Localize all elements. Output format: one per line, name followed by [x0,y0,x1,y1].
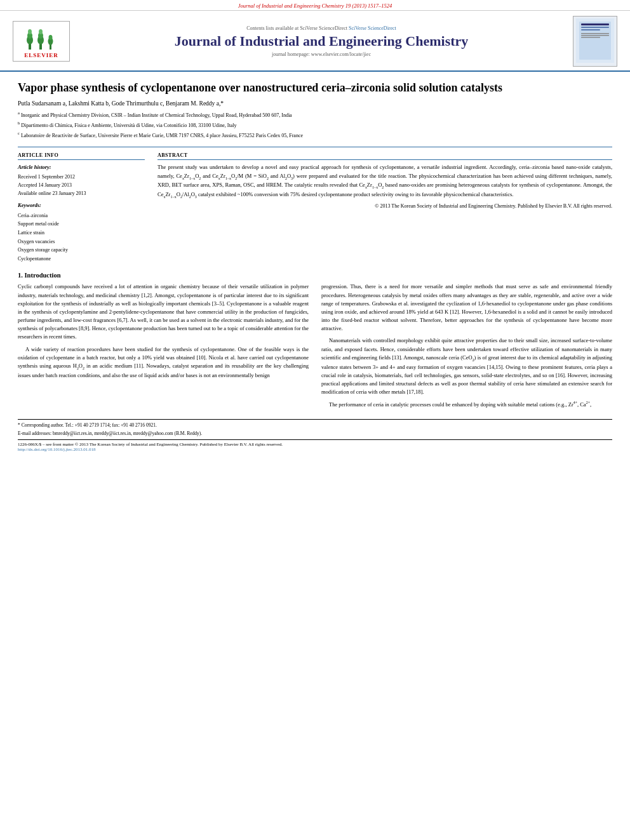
keyword-4: Oxygen vacancies [18,237,145,246]
corresponding-author: * Corresponding author. Tel.: +91 40 271… [18,422,612,429]
footer-bar: 1226-086X/$ – see front matter © 2013 Th… [18,439,612,452]
footnote-area: * Corresponding author. Tel.: +91 40 271… [18,419,612,437]
available-date: Available online 23 January 2013 [18,190,145,198]
keyword-1: Ceria–zirconia [18,211,145,220]
intro-col2-para3: The performance of ceria in catalytic pr… [321,400,612,409]
intro-col2-para2: Nanomaterials with controlled morphology… [321,337,612,396]
abstract-column: ABSTRACT The present study was undertake… [158,152,612,263]
abstract-text: The present study was undertaken to deve… [158,163,612,210]
svg-rect-17 [581,35,609,36]
elsevier-logo: ELSEVIER [13,21,70,62]
abstract-label: ABSTRACT [158,152,612,160]
svg-rect-16 [581,33,609,34]
introduction-heading: 1. Introduction [18,272,612,279]
affiliation-c: c Laboratoire de Reactivite de Surface, … [18,130,612,140]
intro-col1-para1: Cyclic carbonyl compounds have received … [18,283,309,341]
header-center: Contents lists available at SciVerse Sci… [83,25,560,57]
elsevier-wordmark: ELSEVIER [16,52,67,58]
article-info-abstract: ARTICLE INFO Article history: Received 1… [18,147,612,263]
introduction-body: Cyclic carbonyl compounds have received … [18,283,612,413]
svg-rect-13 [581,23,609,25]
copyright-text: © 2013 The Korean Society of Industrial … [158,203,612,210]
cover-image [573,16,617,67]
page: Journal of Industrial and Engineering Ch… [0,0,630,840]
accepted-date: Accepted 14 January 2013 [18,182,145,190]
contents-line: Contents lists available at SciVerse Sci… [83,25,560,31]
email-addresses: E-mail addresses: bmreddy@iict.res.in, m… [18,430,612,437]
article-title: Vapor phase synthesis of cyclopentanone … [18,81,612,95]
keywords-list: Keywords: Ceria–zirconia Support metal o… [18,201,145,263]
svg-point-7 [39,29,43,34]
authors-line: Putla Sudarsanam a, Lakshmi Katta b, God… [18,100,612,107]
journal-title: Journal of Industrial and Engineering Ch… [83,33,560,50]
sciverse-link[interactable]: SciVerse ScienceDirect [349,25,396,31]
footer-doi[interactable]: http://dx.doi.org/10.1016/j.jiec.2013.01… [18,447,612,452]
article-info-content: Article history: Received 1 September 20… [18,163,145,197]
intro-col1: Cyclic carbonyl compounds have received … [18,283,309,413]
keyword-3: Lattice strain [18,229,145,237]
journal-bar: Journal of Industrial and Engineering Ch… [0,0,630,11]
received-date: Received 1 September 2012 [18,173,145,182]
introduction-section: 1. Introduction Cyclic carbonyl compound… [18,272,612,413]
keyword-6: Cyclopentanone [18,255,145,263]
svg-rect-15 [581,29,600,30]
main-content: Vapor phase synthesis of cyclopentanone … [0,72,630,458]
keyword-5: Oxygen storage capacity [18,246,145,255]
intro-col1-para2: A wide variety of reaction procedures ha… [18,345,309,380]
svg-point-3 [28,29,32,34]
elsevier-tree-icon [25,24,57,50]
keywords-label: Keywords: [18,201,145,210]
svg-rect-14 [581,27,609,28]
journal-bar-text: Journal of Industrial and Engineering Ch… [238,3,392,9]
article-info-column: ARTICLE INFO Article history: Received 1… [18,152,145,263]
svg-rect-18 [581,37,600,38]
keyword-2: Support metal oxide [18,220,145,229]
affiliation-b: b Dipartimento di Chimica, Fisica e Ambi… [18,120,612,130]
cover-thumbnail-icon [576,18,614,63]
intro-col2: progression. Thus, there is a need for m… [321,283,612,413]
footer-issn: 1226-086X/$ – see front matter © 2013 Th… [18,442,612,447]
affiliation-a: a Inorganic and Physical Chemistry Divis… [18,110,612,119]
history-label: Article history: [18,163,145,172]
homepage-line: journal homepage: www.elsevier.com/locat… [83,51,560,57]
svg-point-10 [49,35,53,40]
header-area: ELSEVIER Contents lists available at Sci… [0,11,630,72]
intro-col2-para1: progression. Thus, there is a need for m… [321,283,612,333]
svg-rect-8 [50,44,51,50]
article-info-label: ARTICLE INFO [18,152,145,160]
affiliations: a Inorganic and Physical Chemistry Divis… [18,110,612,139]
